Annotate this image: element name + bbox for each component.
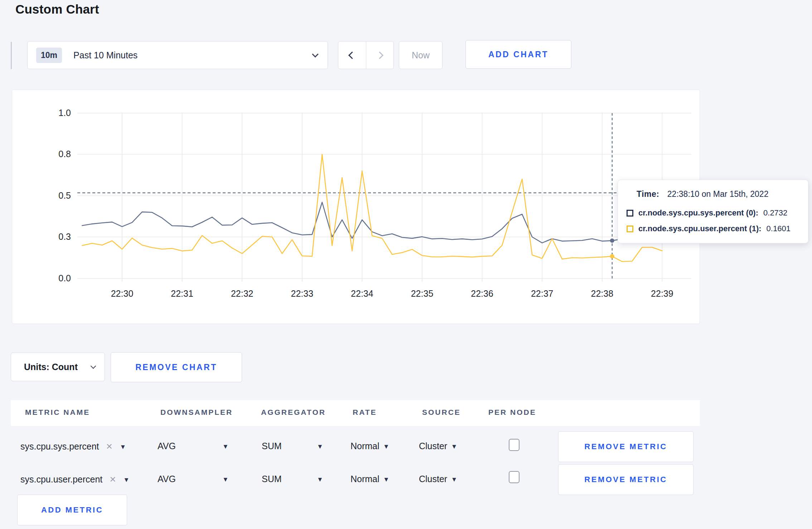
dropdown-caret-icon: ▾ — [121, 443, 125, 450]
next-interval-button[interactable] — [366, 42, 394, 69]
remove-metric-label: REMOVE METRIC — [584, 475, 667, 484]
y-axis-label: 1.0 — [34, 108, 71, 118]
aggregator-select[interactable]: SUM ▾ — [262, 474, 322, 484]
metric-name-select[interactable]: sys.cpu.user.percent × ▾ — [20, 473, 128, 485]
now-button[interactable]: Now — [399, 41, 443, 69]
prev-interval-button[interactable] — [338, 42, 366, 69]
downsampler-value: AVG — [158, 441, 176, 451]
x-axis-label: 22:37 — [517, 288, 567, 299]
remove-metric-button[interactable]: REMOVE METRIC — [558, 464, 693, 495]
chevron-right-icon — [376, 51, 383, 59]
remove-metric-button[interactable]: REMOVE METRIC — [558, 431, 693, 462]
source-select[interactable]: Cluster ▾ — [419, 441, 456, 451]
chart-card: 1.00.80.50.30.022:3022:3122:3222:3322:34… — [12, 89, 700, 324]
dropdown-caret-icon: ▾ — [385, 442, 388, 450]
dropdown-caret-icon: ▾ — [318, 442, 322, 450]
y-axis-label: 0.8 — [34, 149, 71, 159]
tooltip-time-label: Time: — [637, 189, 659, 199]
units-label: Units: Count — [24, 362, 78, 372]
x-axis-label: 22:35 — [397, 288, 447, 299]
tooltip-series-row: cr.node.sys.cpu.sys.percent (0): 0.2732 — [627, 209, 787, 217]
dropdown-caret-icon: ▾ — [125, 476, 129, 483]
col-header-aggregator: AGGREGATOR — [261, 408, 326, 417]
aggregator-select[interactable]: SUM ▾ — [262, 441, 322, 451]
add-metric-label: ADD METRIC — [41, 505, 103, 515]
tooltip-series-value: 0.2732 — [763, 208, 787, 218]
y-axis-label: 0.5 — [34, 190, 71, 201]
time-range-badge: 10m — [36, 48, 62, 63]
source-value: Cluster — [419, 441, 447, 451]
tooltip-series-value: 0.1601 — [767, 224, 791, 233]
add-metric-button[interactable]: ADD METRIC — [17, 495, 127, 525]
crosshair-dot-0 — [610, 238, 614, 243]
col-header-metric-name: METRIC NAME — [25, 408, 90, 417]
x-axis-label: 22:30 — [97, 288, 147, 299]
dropdown-caret-icon: ▾ — [318, 475, 322, 483]
tooltip-series-label: cr.node.sys.cpu.user.percent (1): — [638, 224, 762, 233]
metric-name-value: sys.cpu.user.percent — [20, 474, 102, 485]
metric-name-select[interactable]: sys.cpu.sys.percent × ▾ — [20, 440, 125, 452]
chevron-down-icon — [91, 363, 96, 369]
dropdown-caret-icon: ▾ — [452, 442, 456, 450]
x-axis-label: 22:36 — [457, 288, 507, 299]
rate-value: Normal — [351, 474, 380, 484]
remove-metric-label: REMOVE METRIC — [584, 442, 667, 451]
crosshair-dot-1 — [610, 254, 614, 258]
tooltip-series-label: cr.node.sys.cpu.sys.percent (0): — [638, 208, 758, 218]
rate-value: Normal — [351, 441, 380, 451]
clear-metric-icon[interactable]: × — [106, 440, 113, 452]
time-range-label: Past 10 Minutes — [73, 50, 137, 60]
add-chart-button[interactable]: ADD CHART — [465, 40, 571, 69]
tooltip-time-row: Time: 22:38:10 on Mar 15th, 2022 — [637, 189, 768, 199]
rate-select[interactable]: Normal ▾ — [351, 441, 388, 451]
metrics-table-header: METRIC NAME DOWNSAMPLER AGGREGATOR RATE … — [11, 400, 700, 426]
y-axis-label: 0.3 — [34, 232, 71, 242]
page-title: Custom Chart — [15, 2, 99, 16]
x-axis-label: 22:31 — [157, 288, 207, 299]
tooltip-time-value: 22:38:10 on Mar 15th, 2022 — [667, 189, 769, 199]
per-node-checkbox[interactable] — [509, 439, 519, 451]
clear-metric-icon[interactable]: × — [110, 473, 116, 485]
interval-nav — [338, 41, 394, 69]
toolbar-divider — [11, 42, 12, 69]
x-axis-label: 22:39 — [637, 288, 687, 299]
chart-tooltip: Time: 22:38:10 on Mar 15th, 2022 cr.node… — [618, 180, 808, 243]
tooltip-series-row: cr.node.sys.cpu.user.percent (1): 0.1601 — [627, 224, 791, 233]
x-axis-label: 22:33 — [277, 288, 327, 299]
legend-swatch-sys-icon — [627, 210, 633, 217]
legend-swatch-user-icon — [627, 225, 633, 232]
y-axis-label: 0.0 — [34, 273, 71, 283]
aggregator-value: SUM — [262, 441, 282, 451]
source-select[interactable]: Cluster ▾ — [419, 474, 456, 484]
time-range-select[interactable]: 10m Past 10 Minutes — [27, 41, 328, 69]
x-axis-label: 22:34 — [337, 288, 387, 299]
source-value: Cluster — [419, 474, 447, 484]
dropdown-caret-icon: ▾ — [223, 442, 227, 450]
downsampler-select[interactable]: AVG ▾ — [158, 441, 227, 451]
x-axis-label: 22:38 — [577, 288, 627, 299]
dropdown-caret-icon: ▾ — [452, 475, 456, 483]
rate-select[interactable]: Normal ▾ — [351, 474, 388, 484]
downsampler-select[interactable]: AVG ▾ — [158, 474, 227, 484]
dropdown-caret-icon: ▾ — [223, 475, 227, 483]
aggregator-value: SUM — [262, 474, 282, 484]
col-header-per-node: PER NODE — [488, 408, 536, 417]
chevron-down-icon — [312, 51, 318, 57]
remove-chart-button[interactable]: REMOVE CHART — [111, 352, 242, 382]
chevron-left-icon — [348, 51, 356, 59]
col-header-source: SOURCE — [422, 408, 461, 417]
downsampler-value: AVG — [158, 474, 176, 484]
dropdown-caret-icon: ▾ — [385, 475, 388, 483]
per-node-checkbox[interactable] — [509, 471, 519, 483]
x-axis-label: 22:32 — [217, 288, 267, 299]
metric-name-value: sys.cpu.sys.percent — [20, 441, 99, 452]
units-select[interactable]: Units: Count — [11, 353, 105, 381]
col-header-downsampler: DOWNSAMPLER — [160, 408, 233, 417]
col-header-rate: RATE — [353, 408, 377, 417]
series-line-1 — [82, 154, 662, 262]
